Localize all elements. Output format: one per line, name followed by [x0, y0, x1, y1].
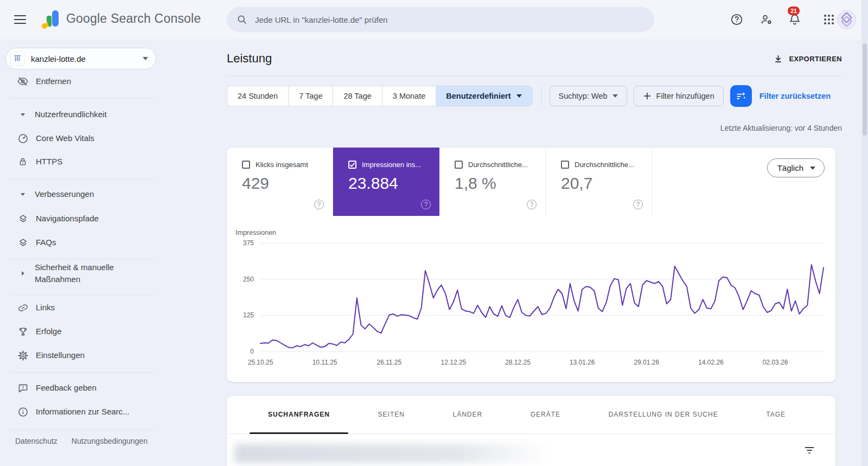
sidebar-item-faqs[interactable]: FAQs [0, 233, 161, 252]
range-custom[interactable]: Benutzerdefiniert [436, 86, 532, 106]
sidebar-item-label: Feedback geben [36, 382, 97, 394]
caret-down-icon [810, 167, 815, 170]
sidebar-item-navigationspfade[interactable]: Navigationspfade [0, 209, 161, 228]
privacy-link[interactable]: Datenschutz [15, 437, 58, 445]
sidebar-item-label: Informationen zur Searc... [36, 406, 130, 418]
divider [9, 179, 154, 180]
divider [9, 98, 154, 99]
user-settings-icon[interactable] [760, 13, 773, 26]
metric-card-clicks[interactable]: Klicks insgesamt 429 ? [227, 148, 333, 216]
last-update-text: Letzte Aktualisierung: vor 4 Stunden [720, 124, 842, 132]
metric-value: 1,8 % [455, 174, 545, 193]
help-icon[interactable] [730, 13, 743, 26]
range-28d[interactable]: 28 Tage [333, 86, 381, 106]
url-inspection-searchbox[interactable] [227, 7, 654, 32]
divider [9, 372, 154, 373]
blurred-table-row [234, 444, 549, 463]
scrollbar-thumb[interactable] [863, 43, 867, 136]
sidebar-section-sicherheit[interactable]: Sicherheit & manuelle Maßnahmen [0, 260, 161, 286]
impressions-line-chart[interactable]: 012525037525.10.2510.11.2526.11.2512.12.… [234, 228, 827, 374]
tab-geraete[interactable]: GERÄTE [512, 396, 579, 433]
svg-text:13.01.26: 13.01.26 [570, 359, 595, 366]
profile-avatar[interactable] [837, 10, 856, 29]
divider [541, 86, 542, 106]
metric-value: 23.884 [348, 174, 439, 193]
smart-filter-button[interactable] [730, 85, 752, 107]
sidebar-item-https[interactable]: HTTPS [0, 152, 161, 171]
sidebar-item-label: Navigationspfade [36, 213, 99, 225]
svg-text:12.12.25: 12.12.25 [441, 359, 467, 366]
search-type-chip[interactable]: Suchtyp: Web [550, 86, 627, 106]
svg-text:25.10.25: 25.10.25 [248, 359, 273, 366]
menu-icon[interactable] [14, 13, 28, 26]
range-3m[interactable]: 3 Monate [382, 86, 436, 106]
sidebar-section-label: Nutzerfreundlichkeit [35, 108, 107, 120]
layers-icon [16, 212, 29, 225]
range-24h[interactable]: 24 Stunden [227, 86, 288, 106]
search-input[interactable] [255, 15, 644, 24]
svg-text:14.02.26: 14.02.26 [698, 359, 724, 366]
checkbox-unchecked[interactable] [561, 161, 569, 169]
help-icon[interactable]: ? [527, 200, 537, 209]
apps-grid-icon[interactable] [822, 13, 835, 26]
sidebar-item-informationen[interactable]: Informationen zur Searc... [0, 402, 161, 422]
sidebar-section-nutzerfreundlichkeit[interactable]: Nutzerfreundlichkeit [0, 105, 161, 124]
sidebar-item-label: HTTPS [36, 156, 62, 168]
caret-down-icon [516, 94, 522, 98]
help-icon[interactable]: ? [314, 200, 324, 209]
divider [9, 295, 154, 295]
property-selector[interactable]: kanzlei-lotte.de [5, 48, 156, 69]
metric-card-position[interactable]: Durchschnittliche... 20,7 ? [546, 148, 652, 216]
feedback-icon [16, 381, 29, 394]
checkbox-unchecked[interactable] [455, 161, 463, 169]
sidebar-item-label: FAQs [36, 237, 56, 248]
sidebar-item-einstellungen[interactable]: Einstellungen [0, 346, 161, 365]
sidebar-item-label: Erfolge [36, 325, 62, 337]
terms-link[interactable]: Nutzungsbedingungen [72, 437, 148, 445]
range-7d[interactable]: 7 Tage [288, 86, 333, 106]
divider [9, 429, 154, 430]
avatar-logo-icon [838, 11, 856, 29]
link-icon [16, 301, 29, 314]
lock-icon [16, 155, 29, 168]
sidebar-section-verbesserungen[interactable]: Verbesserungen [0, 184, 161, 204]
caret-down-icon [143, 57, 148, 60]
layers-icon [16, 236, 29, 249]
table-filter-icon[interactable] [803, 444, 816, 457]
page-title: Leistung [227, 52, 272, 66]
tab-suchanfragen[interactable]: SUCHANFRAGEN [250, 396, 348, 433]
tab-darstellung[interactable]: DARSTELLUNG IN DER SUCHE [590, 396, 737, 433]
sidebar-item-links[interactable]: Links [0, 298, 161, 317]
filter-bar: 24 Stunden 7 Tage 28 Tage 3 Monate Benut… [227, 86, 831, 106]
topbar: Google Search Console 21 [0, 0, 868, 39]
tab-laender[interactable]: LÄNDER [434, 396, 501, 433]
sidebar-item-feedback[interactable]: Feedback geben [0, 378, 161, 398]
granularity-dropdown[interactable]: Täglich [767, 158, 825, 177]
tab-tage[interactable]: TAGE [748, 396, 804, 433]
svg-text:29.01.26: 29.01.26 [634, 359, 659, 366]
metric-card-ctr[interactable]: Durchschnittliche... 1,8 % ? [439, 148, 546, 216]
sidebar-item-erfolge[interactable]: Erfolge [0, 322, 161, 341]
checkbox-checked[interactable] [348, 161, 356, 169]
svg-text:125: 125 [243, 311, 254, 319]
checkbox-unchecked[interactable] [242, 161, 250, 169]
export-button[interactable]: EXPORTIEREN [773, 54, 842, 64]
sidebar-item-core-web-vitals[interactable]: Core Web Vitals [0, 129, 161, 148]
reset-filters-link[interactable]: Filter zurücksetzen [760, 92, 831, 100]
caret-down-icon [612, 94, 618, 98]
tab-seiten[interactable]: SEITEN [360, 396, 423, 433]
svg-text:Impressionen: Impressionen [235, 229, 276, 237]
sidebar-item-entfernen[interactable]: Entfernen [0, 72, 161, 91]
divider [227, 76, 842, 76]
metric-value: 429 [242, 174, 333, 193]
caret-right-icon [20, 267, 26, 280]
svg-text:0: 0 [250, 348, 254, 355]
metric-card-impressions[interactable]: Impressionen ins... 23.884 ? [333, 148, 439, 216]
help-icon[interactable]: ? [633, 200, 643, 209]
svg-text:02.03.26: 02.03.26 [763, 359, 788, 366]
scrollbar-track[interactable] [861, 0, 868, 466]
add-filter-chip[interactable]: Filter hinzufügen [634, 86, 724, 106]
search-icon [237, 14, 247, 25]
help-icon[interactable]: ? [421, 200, 431, 209]
search-console-logo-icon [40, 9, 62, 30]
